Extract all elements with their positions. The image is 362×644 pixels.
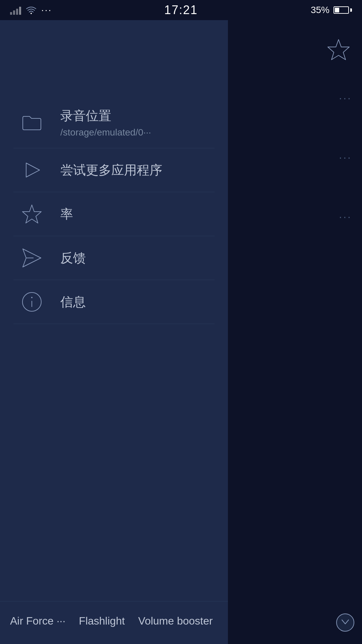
- divider-5: [13, 324, 215, 324]
- recording-location-subtitle: /storage/emulated/0···: [60, 127, 151, 138]
- dots-group-3: ···: [339, 211, 352, 223]
- feedback-title: 反馈: [60, 250, 86, 267]
- main-layout: 录音位置 /storage/emulated/0··· 尝试更多应用程序: [0, 20, 362, 644]
- bottom-bar: Air Force ··· Flashlight Volume booster: [0, 601, 228, 644]
- rate-text: 率: [60, 206, 73, 223]
- wifi-icon: [26, 6, 37, 14]
- dots-group-2: ···: [339, 151, 352, 164]
- menu-item-feedback[interactable]: 反馈: [0, 236, 228, 280]
- svg-point-9: [337, 614, 354, 631]
- menu-item-recording-location[interactable]: 录音位置 /storage/emulated/0···: [0, 97, 228, 148]
- menu-item-try-more-apps[interactable]: 尝试更多应用程序: [0, 148, 228, 192]
- battery-percent: 35%: [311, 5, 329, 15]
- menu-area: 录音位置 /storage/emulated/0··· 尝试更多应用程序: [0, 87, 228, 601]
- favorite-star-icon[interactable]: [325, 37, 352, 65]
- info-icon: [20, 290, 44, 314]
- status-left: ···: [10, 5, 52, 15]
- menu-item-info[interactable]: 信息: [0, 280, 228, 324]
- battery-icon: [334, 6, 352, 14]
- dots-group-1: ···: [339, 92, 352, 104]
- info-title: 信息: [60, 293, 86, 311]
- svg-marker-1: [26, 163, 40, 177]
- status-right: 35%: [311, 5, 352, 15]
- nav-arrow-icon[interactable]: [335, 612, 355, 634]
- status-time: 17:21: [164, 3, 198, 17]
- try-more-apps-title: 尝试更多应用程序: [60, 162, 162, 179]
- svg-point-7: [31, 297, 33, 298]
- play-icon: [20, 158, 44, 182]
- rate-title: 率: [60, 206, 73, 223]
- recording-location-title: 录音位置: [60, 107, 151, 124]
- status-bar: ··· 17:21 35%: [0, 0, 362, 20]
- star-icon: [20, 202, 44, 226]
- dots-icon: ···: [41, 5, 52, 15]
- menu-item-rate[interactable]: 率: [0, 192, 228, 236]
- folder-icon: [20, 111, 44, 135]
- send-icon: [20, 246, 44, 270]
- bottom-app-air-force[interactable]: Air Force ···: [10, 615, 65, 627]
- svg-marker-2: [22, 205, 41, 223]
- right-panel: ··· ··· ···: [228, 20, 362, 644]
- feedback-text: 反馈: [60, 250, 86, 267]
- bottom-app-flashlight[interactable]: Flashlight: [79, 615, 125, 627]
- info-text: 信息: [60, 293, 86, 311]
- signal-icon: [10, 5, 21, 15]
- recording-location-text: 录音位置 /storage/emulated/0···: [60, 107, 151, 138]
- left-panel: 录音位置 /storage/emulated/0··· 尝试更多应用程序: [0, 20, 228, 644]
- svg-point-0: [31, 13, 32, 14]
- bottom-app-volume-booster[interactable]: Volume booster: [138, 615, 213, 627]
- svg-marker-8: [328, 40, 349, 60]
- try-more-apps-text: 尝试更多应用程序: [60, 162, 162, 179]
